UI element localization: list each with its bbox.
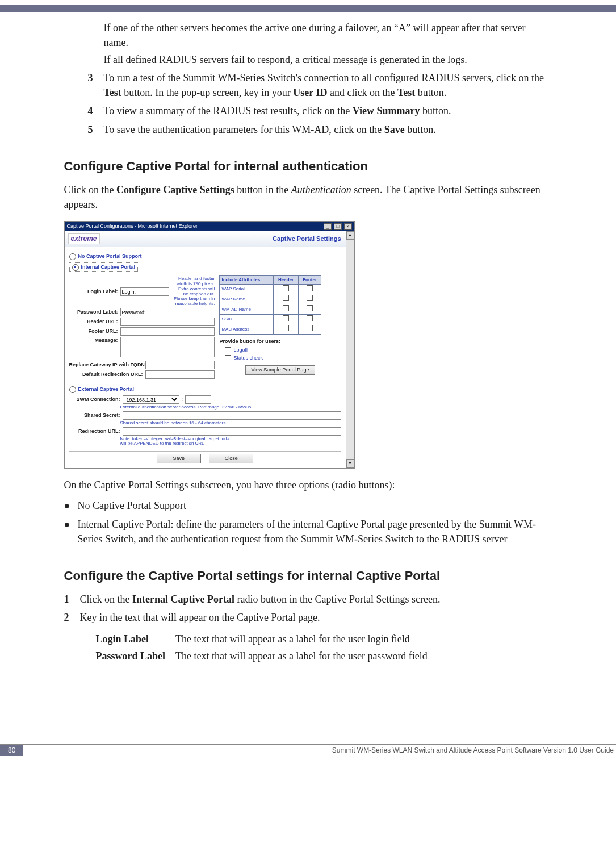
footer-url-input[interactable] <box>120 327 215 336</box>
bullet-item: ●Internal Captive Portal: define the par… <box>64 517 552 546</box>
guide-title: Summit WM-Series WLAN Switch and Altitud… <box>23 745 616 756</box>
close-icon[interactable]: × <box>344 223 352 230</box>
note-text: Note: token=<integer_val>&dest=<original… <box>120 437 341 447</box>
window-buttons: _ □ × <box>323 223 351 230</box>
screen-title: Captive Portal Settings <box>273 235 341 244</box>
scroll-up-icon[interactable]: ▲ <box>346 231 354 240</box>
radio-no-captive[interactable]: No Captive Portal Support <box>69 253 341 260</box>
status-check-row[interactable]: Status check <box>225 354 341 362</box>
note-text: External authentication server access. P… <box>120 405 341 410</box>
redirection-url-input[interactable] <box>123 427 341 436</box>
window-titlebar: Captive Portal Configurations - Microsof… <box>65 222 354 231</box>
password-label-label: Password Label: <box>69 308 120 316</box>
swm-port-input[interactable] <box>185 395 211 404</box>
checkbox[interactable] <box>307 285 313 291</box>
col-header: Header <box>274 276 298 285</box>
radio-icon <box>72 264 79 271</box>
page-footer: 80 Summit WM-Series WLAN Switch and Alti… <box>0 744 616 756</box>
table-row: WM-AD Name <box>220 304 321 315</box>
radio-icon <box>69 253 76 260</box>
step-5: 5 To save the authentication parameters … <box>88 122 552 137</box>
paragraph: If one of the other servers becomes the … <box>104 20 552 50</box>
checkbox-icon <box>225 347 231 353</box>
logoff-checkbox-row[interactable]: Logoff <box>225 346 341 354</box>
definition-table: Login LabelThe text that will appear as … <box>96 630 438 665</box>
checkbox[interactable] <box>307 325 313 331</box>
include-attributes-table: Include Attributes Header Footer WAP Ser… <box>219 275 321 335</box>
table-row: MAC Address <box>220 324 321 335</box>
step-3: 3 To run a test of the Summit WM-Series … <box>88 70 552 100</box>
close-button[interactable]: Close <box>209 454 253 463</box>
bullet-item: ●No Captive Portal Support <box>64 498 552 513</box>
save-button[interactable]: Save <box>157 454 201 463</box>
maximize-icon[interactable]: □ <box>334 223 342 230</box>
heading-configure-internal-auth: Configure Captive Portal for internal au… <box>64 157 552 176</box>
minimize-icon[interactable]: _ <box>324 223 332 230</box>
captive-portal-screenshot: Captive Portal Configurations - Microsof… <box>64 221 355 469</box>
header-url-input[interactable] <box>120 318 215 326</box>
checkbox[interactable] <box>307 295 313 301</box>
footer-url-label: Footer URL: <box>69 328 120 335</box>
header-url-label: Header URL: <box>69 318 120 325</box>
default-redirect-input[interactable] <box>145 370 215 379</box>
provide-button-heading: Provide button for users: <box>219 338 341 345</box>
scroll-down-icon[interactable]: ▼ <box>346 459 354 468</box>
login-label-label: Login Label: <box>69 288 120 295</box>
step-2: 2 Key in the text that will appear on th… <box>64 610 552 625</box>
page-number: 80 <box>0 745 23 756</box>
replace-fqdn-input[interactable] <box>145 361 215 369</box>
table-row: WAP Serial <box>220 284 321 294</box>
table-row: Password LabelThe text that will appear … <box>96 648 438 665</box>
redirection-url-label: Redirection URL: <box>69 428 123 435</box>
radio-icon <box>69 386 76 393</box>
shared-secret-label: Shared Secret: <box>69 412 123 419</box>
header-rule <box>0 5 616 12</box>
radio-external-captive[interactable]: External Captive Portal <box>69 386 341 393</box>
checkbox[interactable] <box>283 315 289 321</box>
step-1: 1 Click on the Internal Captive Portal r… <box>64 592 552 607</box>
view-sample-button[interactable]: View Sample Portal Page <box>245 365 316 375</box>
window-title: Captive Portal Configurations - Microsof… <box>67 223 198 230</box>
step-4: 4 To view a summary of the RADIUS test r… <box>88 103 552 118</box>
shared-secret-input[interactable] <box>123 411 341 420</box>
col-include: Include Attributes <box>220 276 274 285</box>
note-text: Shared secret should be between 16 - 64 … <box>120 421 341 426</box>
paragraph: If all defined RADIUS servers fail to re… <box>104 52 552 67</box>
password-label-input[interactable] <box>120 308 169 316</box>
default-redirect-label: Default Redirection URL: <box>69 371 145 378</box>
paragraph: On the Captive Portal Settings subscreen… <box>64 478 552 492</box>
table-row: SSID <box>220 314 321 324</box>
checkbox[interactable] <box>283 285 289 291</box>
message-input[interactable] <box>120 337 215 357</box>
table-row: Login LabelThe text that will appear as … <box>96 630 438 648</box>
checkbox[interactable] <box>307 315 313 321</box>
brand-logo: extreme <box>68 233 100 244</box>
checkbox[interactable] <box>283 305 289 311</box>
hint-text: Header and footer width is 790 pixels. E… <box>169 277 215 307</box>
table-row: WAP Name <box>220 294 321 304</box>
checkbox[interactable] <box>283 325 289 331</box>
swm-connection-label: SWM Connection: <box>69 396 123 403</box>
message-label: Message: <box>69 337 120 344</box>
replace-fqdn-label: Replace Gateway IP with FQDN: <box>69 362 145 367</box>
heading-configure-settings: Configure the Captive Portal settings fo… <box>64 567 552 585</box>
paragraph: Click on the Configure Captive Settings … <box>64 182 552 212</box>
login-label-input[interactable] <box>120 287 169 296</box>
scrollbar[interactable]: ▲ ▼ <box>346 231 354 469</box>
col-footer: Footer <box>298 276 321 285</box>
checkbox[interactable] <box>283 295 289 301</box>
swm-connection-select[interactable]: 192.168.1.31 <box>123 395 179 404</box>
checkbox[interactable] <box>307 305 313 311</box>
radio-internal-captive[interactable]: Internal Captive Portal <box>69 262 341 272</box>
checkbox-icon <box>225 355 231 361</box>
